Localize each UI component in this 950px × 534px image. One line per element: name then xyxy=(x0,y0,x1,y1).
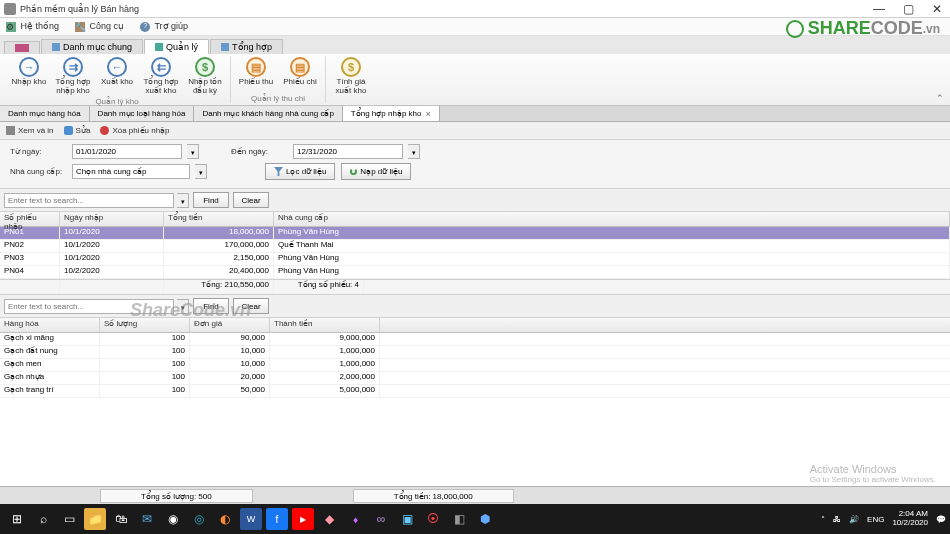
to-date-input[interactable] xyxy=(293,144,403,159)
grid1-find-button[interactable]: Find xyxy=(193,192,229,208)
edge-icon[interactable]: ◎ xyxy=(188,508,210,530)
col-qty[interactable]: Số lượng xyxy=(100,318,190,332)
ribbon-group-cost: $Tính giá xuất kho xyxy=(326,56,376,103)
wrench-icon: 🔧 xyxy=(75,22,85,32)
col-receipt-no[interactable]: Số phiếu nhập xyxy=(0,212,60,226)
delete-button[interactable]: Xóa phiếu nhập xyxy=(100,126,169,135)
col-amount[interactable]: Thành tiền xyxy=(270,318,380,332)
status-amount: Tổng tiền: 18,000,000 xyxy=(353,489,514,503)
doc-tab-import-summary[interactable]: Tổng hợp nhập kho× xyxy=(343,106,440,121)
item-row[interactable]: Gạch trang trí10050,0005,000,000 xyxy=(0,385,950,398)
to-date-dropdown[interactable]: ▾ xyxy=(408,144,420,159)
facebook-icon[interactable]: f xyxy=(266,508,288,530)
edit-button[interactable]: Sửa xyxy=(64,126,91,135)
btn-export[interactable]: ←Xuất kho xyxy=(96,56,138,97)
firefox-icon[interactable]: ◐ xyxy=(214,508,236,530)
title-bar: Phần mềm quản lý Bán hàng — ▢ ✕ xyxy=(0,0,950,18)
store-icon[interactable]: 🛍 xyxy=(110,508,132,530)
receipt-row[interactable]: PN0410/2/202020,400,000Phùng Văn Hùng xyxy=(0,266,950,279)
ribbon-tab-manage[interactable]: Quản lý xyxy=(144,39,209,55)
tray-lang[interactable]: ENG xyxy=(867,515,884,524)
app-icon-3[interactable]: ▣ xyxy=(396,508,418,530)
mail-icon[interactable]: ✉ xyxy=(136,508,158,530)
from-date-dropdown[interactable]: ▾ xyxy=(187,144,199,159)
btn-import-summary[interactable]: ⇉Tổng hợp nhập kho xyxy=(52,56,94,97)
receipt-row[interactable]: PN0310/1/20202,150,000Phùng Văn Hùng xyxy=(0,253,950,266)
menu-tools[interactable]: 🔧 Công cụ xyxy=(75,21,124,32)
item-row[interactable]: Gạch đất nung10010,0001,000,000 xyxy=(0,346,950,359)
menu-system[interactable]: ⚙ Hệ thống xyxy=(6,21,59,32)
btn-import[interactable]: →Nhập kho xyxy=(8,56,50,97)
col-product[interactable]: Hàng hóa xyxy=(0,318,100,332)
grid2-search-input[interactable] xyxy=(4,299,174,314)
search-icon[interactable]: ⌕ xyxy=(32,508,54,530)
tray-network-icon[interactable]: 🖧 xyxy=(833,515,841,524)
explorer-icon[interactable]: 📁 xyxy=(84,508,106,530)
item-row[interactable]: Gạch men10010,0001,000,000 xyxy=(0,359,950,372)
col-total[interactable]: Tổng tiền xyxy=(164,212,274,226)
col-supplier[interactable]: Nhà cung cấp xyxy=(274,212,950,226)
tray-chevron-icon[interactable]: ˄ xyxy=(821,515,825,524)
grid1-search-dropdown[interactable]: ▾ xyxy=(177,193,189,208)
ribbon-tab-file[interactable] xyxy=(4,41,40,54)
grid2-search-dropdown[interactable]: ▾ xyxy=(177,299,189,314)
maximize-button[interactable]: ▢ xyxy=(899,2,918,16)
doc-tab-products[interactable]: Danh mục hàng hóa xyxy=(0,106,90,121)
filter-panel: Từ ngày: ▾ Đến ngày: ▾ Nhà cung cấp: ▾ L… xyxy=(0,140,950,189)
close-tab-icon[interactable]: × xyxy=(425,109,430,119)
receipt-row[interactable]: PN0210/1/2020170,000,000Quế Thanh Mai xyxy=(0,240,950,253)
start-button[interactable]: ⊞ xyxy=(6,508,28,530)
grid2-clear-button[interactable]: Clear xyxy=(233,298,269,314)
grid2-search-row: ▾ Find Clear xyxy=(0,295,950,318)
btn-opening[interactable]: $Nhập tồn đầu kỳ xyxy=(184,56,226,97)
col-price[interactable]: Đơn giá xyxy=(190,318,270,332)
vs-icon[interactable]: ∞ xyxy=(370,508,392,530)
doc-tab-customers[interactable]: Danh mục khách hàng nhà cung cấp xyxy=(194,106,342,121)
record-icon[interactable]: ⦿ xyxy=(422,508,444,530)
app-icon-2[interactable]: ⬧ xyxy=(344,508,366,530)
item-row[interactable]: Gạch xi măng10090,0009,000,000 xyxy=(0,333,950,346)
receipts-grid: Số phiếu nhập Ngày nhập Tổng tiền Nhà cu… xyxy=(0,212,950,295)
tray-notifications-icon[interactable]: 💬 xyxy=(936,515,946,524)
summary-icon xyxy=(221,43,229,51)
btn-cost[interactable]: $Tính giá xuất kho xyxy=(330,56,372,97)
doc-tab-product-types[interactable]: Danh mục loại hàng hóa xyxy=(90,106,195,121)
print-button[interactable]: Xem và in xyxy=(6,126,54,135)
btn-export-summary[interactable]: ⇇Tổng hợp xuất kho xyxy=(140,56,182,97)
from-date-input[interactable] xyxy=(72,144,182,159)
word-icon[interactable]: W xyxy=(240,508,262,530)
import-icon: → xyxy=(19,57,39,77)
close-button[interactable]: ✕ xyxy=(928,2,946,16)
youtube-icon[interactable]: ▶ xyxy=(292,508,314,530)
minimize-button[interactable]: — xyxy=(869,2,889,16)
ribbon-tab-catalog[interactable]: Danh mục chung xyxy=(41,39,143,54)
item-row[interactable]: Gạch nhựa10020,0002,000,000 xyxy=(0,372,950,385)
cost-icon: $ xyxy=(341,57,361,77)
chrome-icon[interactable]: ◉ xyxy=(162,508,184,530)
app-icon-5[interactable]: ⬢ xyxy=(474,508,496,530)
ribbon-collapse[interactable]: ⌃ xyxy=(936,93,944,103)
app-icon-1[interactable]: ◆ xyxy=(318,508,340,530)
tray-volume-icon[interactable]: 🔊 xyxy=(849,515,859,524)
reload-icon xyxy=(350,168,357,175)
grid1-clear-button[interactable]: Clear xyxy=(233,192,269,208)
export-icon: ← xyxy=(107,57,127,77)
menu-help[interactable]: ? Trợ giúp xyxy=(140,21,188,32)
btn-payment[interactable]: ▤Phiếu chi xyxy=(279,56,321,88)
supplier-combo[interactable] xyxy=(72,164,190,179)
receipt-row[interactable]: PN0110/1/202018,000,000Phùng Văn Hùng xyxy=(0,227,950,240)
grid2-find-button[interactable]: Find xyxy=(193,298,229,314)
task-view-icon[interactable]: ▭ xyxy=(58,508,80,530)
app-icon-4[interactable]: ◧ xyxy=(448,508,470,530)
from-date-label: Từ ngày: xyxy=(10,147,66,156)
activate-windows-watermark: Activate Windows Go to Settings to activ… xyxy=(810,463,936,484)
supplier-dropdown[interactable]: ▾ xyxy=(195,164,207,179)
btn-receipt[interactable]: ▤Phiếu thu xyxy=(235,56,277,88)
grid1-search-input[interactable] xyxy=(4,193,174,208)
filter-button[interactable]: Lọc dữ liệu xyxy=(265,163,335,180)
ribbon-tab-summary[interactable]: Tổng hợp xyxy=(210,39,283,54)
col-date[interactable]: Ngày nhập xyxy=(60,212,164,226)
reload-button[interactable]: Nạp dữ liệu xyxy=(341,163,411,180)
export-sum-icon: ⇇ xyxy=(151,57,171,77)
tray-clock[interactable]: 2:04 AM10/2/2020 xyxy=(892,510,928,528)
